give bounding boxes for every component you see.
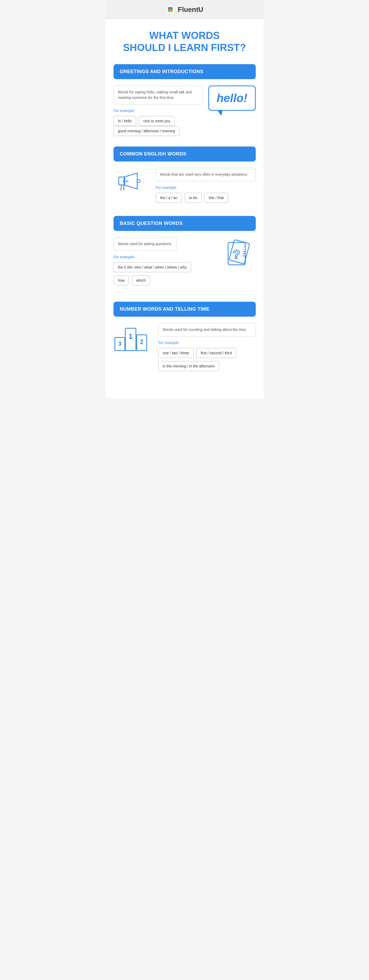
greetings-content-left: Words for saying hello, making small tal…: [113, 86, 203, 134]
svg-line-12: [242, 256, 244, 256]
numbers-tags-row1: one / two / three first / second / third: [158, 348, 256, 358]
questions-tags-row2: how which: [113, 275, 216, 285]
tag-good-morning: good morning / afternoon / evening: [113, 126, 180, 136]
tag-how: how: [113, 275, 129, 285]
questions-for-example: For example:: [113, 255, 216, 259]
numbers-image-area: 1 2 3: [113, 323, 148, 355]
common-content: Words that are used very often in everyd…: [156, 168, 256, 203]
en-megaphone-icon: En: [113, 168, 145, 199]
logo-text: FluentU: [178, 6, 203, 14]
greetings-description: Words for saying hello, making small tal…: [113, 86, 203, 104]
svg-text:2: 2: [140, 338, 143, 345]
common-tags: the / a / an to be this / that: [156, 193, 256, 203]
numbers-description: Words used for counting and talking abou…: [158, 323, 256, 336]
greetings-for-example: For example:: [113, 109, 203, 113]
page-title: WHAT WORDS SHOULD I LEARN FIRST?: [113, 30, 256, 54]
svg-text:?: ?: [233, 248, 240, 261]
svg-line-4: [123, 185, 124, 190]
fluentu-logo-icon: [166, 5, 175, 14]
common-description: Words that are used very often in everyd…: [156, 168, 256, 181]
section-header-greetings: GREETINGS AND INTRODUCTIONS: [113, 64, 256, 79]
svg-line-11: [243, 253, 245, 254]
section-numbers: NUMBER WORDS AND TELLING TIME 1 2 3 Word…: [113, 302, 256, 374]
svg-text:3: 3: [118, 340, 121, 347]
section-body-common: En Words that are used very often in eve…: [113, 168, 256, 203]
section-body-numbers: 1 2 3 Words used for counting and talkin…: [113, 323, 256, 374]
section-greetings: GREETINGS AND INTRODUCTIONS Words for sa…: [113, 64, 256, 134]
tag-first-second-third: first / second / third: [196, 348, 236, 358]
hello-text: hello!: [217, 92, 247, 104]
section-body-greetings: Words for saying hello, making small tal…: [113, 86, 256, 134]
section-header-numbers: NUMBER WORDS AND TELLING TIME: [113, 302, 256, 317]
questions-content: Words used for asking questions. For exa…: [113, 237, 216, 288]
tag-one-two-three: one / two / three: [158, 348, 193, 358]
common-image-area: En: [113, 168, 145, 199]
tag-nice-to-meet: nice to meet you: [139, 116, 175, 126]
numbers-tags-row2: in the morning / in the afternoon: [158, 361, 256, 371]
tag-in-the-morning: in the morning / in the afternoon: [158, 361, 219, 371]
tag-the-a-an: the / a / an: [156, 193, 182, 203]
questions-description: Words used for asking questions.: [113, 237, 177, 251]
question-papers-icon: ?: [222, 237, 256, 271]
section-questions: BASIC QUESTION WORDS Words used for aski…: [113, 216, 256, 288]
tag-hi-hello: hi / hello: [113, 116, 136, 126]
tag-this-that: this / that: [204, 193, 228, 203]
section-common: COMMON ENGLISH WORDS En Words that are u…: [113, 146, 256, 203]
main-content: WHAT WORDS SHOULD I LEARN FIRST? GREETIN…: [105, 19, 264, 398]
podium-icon: 1 2 3: [113, 323, 148, 355]
svg-text:1: 1: [129, 332, 133, 340]
section-body-questions: Words used for asking questions. For exa…: [113, 237, 256, 288]
svg-text:En: En: [123, 179, 129, 183]
greetings-tags-row2: good morning / afternoon / evening: [113, 129, 203, 134]
numbers-content: Words used for counting and talking abou…: [158, 323, 256, 374]
section-header-questions: BASIC QUESTION WORDS: [113, 216, 256, 231]
tag-which: which: [132, 275, 150, 285]
common-for-example: For example:: [156, 185, 256, 189]
numbers-for-example: For example:: [158, 340, 256, 345]
greetings-image-area: hello!: [208, 86, 256, 111]
section-header-common: COMMON ENGLISH WORDS: [113, 146, 256, 161]
questions-image-area: ?: [222, 237, 256, 271]
tag-to-be: to be: [185, 193, 202, 203]
header: FluentU: [105, 0, 264, 19]
greetings-tags: hi / hello nice to meet you: [113, 116, 203, 126]
questions-tags-row1: the 5 Ws: who / what / when / where / wh…: [113, 262, 216, 272]
tag-5ws: the 5 Ws: who / what / when / where / wh…: [113, 262, 191, 272]
hello-bubble: hello!: [208, 86, 256, 111]
svg-line-3: [121, 185, 121, 190]
